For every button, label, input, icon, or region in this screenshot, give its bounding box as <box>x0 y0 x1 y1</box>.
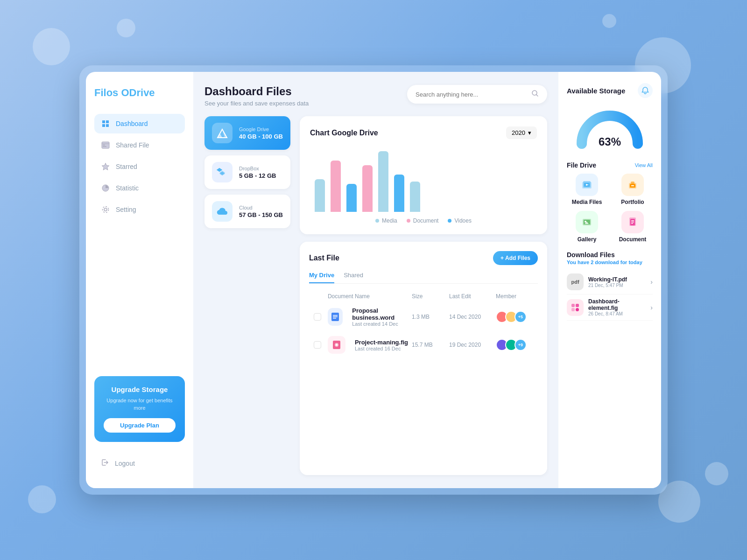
donut-chart-wrap: 63% <box>567 106 653 153</box>
storage-card-dropbox[interactable]: DropBox 5 GB - 12 GB <box>204 155 290 189</box>
main-header: Dashboard Files See your files and save … <box>204 85 547 107</box>
legend-dot-document <box>407 219 410 223</box>
legend-media: Media <box>375 217 397 224</box>
drive-item-document[interactable]: Document <box>613 211 653 243</box>
file-tabs: My Drive Shared <box>309 272 538 284</box>
drive-item-portfolio[interactable]: Portfolio <box>613 174 653 205</box>
year-select[interactable]: 2020 ▾ <box>506 126 537 139</box>
bar-group-6 <box>394 175 404 212</box>
file-drive-header: File Drive View All <box>567 161 653 169</box>
cloud-info: Cloud 57 GB - 150 GB <box>239 205 283 218</box>
dropbox-icon <box>212 162 233 182</box>
file-drive: File Drive View All <box>567 161 653 243</box>
file-icon-2 <box>328 336 345 354</box>
svg-point-17 <box>336 344 338 346</box>
file-name-col-2: Project-maning.fig Last created 16 Dec <box>328 336 412 354</box>
right-panel: Available Storage <box>558 72 661 488</box>
google-drive-icon <box>212 123 233 143</box>
google-drive-size: 40 GB - 100 GB <box>239 133 283 140</box>
sidebar: Filos ODrive Dashboard <box>86 72 193 488</box>
storage-percent: 63% <box>599 135 621 148</box>
file-members-1: +5 <box>496 311 533 323</box>
media-files-icon <box>576 174 598 196</box>
right-panel-header: Available Storage <box>567 83 653 98</box>
bar-teal-7 <box>410 182 420 212</box>
drive-item-gallery[interactable]: Gallery <box>567 211 607 243</box>
sidebar-item-dashboard[interactable]: Dashboard <box>94 114 185 133</box>
add-files-button[interactable]: + Add Files <box>493 251 538 265</box>
file-row-1[interactable]: Proposal business.word Last created 14 D… <box>309 302 538 331</box>
nav-items: Dashboard Shared File <box>94 114 185 376</box>
download-subtitle: You have 2 download for today <box>567 259 653 265</box>
file-date-2: 19 Dec 2020 <box>449 342 496 348</box>
svg-rect-12 <box>333 315 338 316</box>
bar-teal-5 <box>378 151 388 212</box>
portfolio-icon <box>621 174 644 196</box>
shared-label: Shared File <box>116 141 149 149</box>
file-size-1: 1.3 MB <box>412 314 449 320</box>
statistic-icon <box>101 183 110 193</box>
avatar-more-1: +5 <box>514 311 527 323</box>
cloud-icon <box>212 201 233 222</box>
header-text: Dashboard Files See your files and save … <box>204 85 309 107</box>
storage-card-google-drive[interactable]: Google Drive 40 GB - 100 GB <box>204 116 290 150</box>
chart-legend: Media Document Vidoes <box>310 217 537 224</box>
search-input[interactable] <box>416 91 527 98</box>
tab-my-drive[interactable]: My Drive <box>309 272 334 283</box>
file-name-1: Proposal business.word Last created 14 D… <box>352 307 412 327</box>
bar-blue-3 <box>346 184 357 212</box>
last-file-header: Last File + Add Files <box>309 251 538 265</box>
tab-shared[interactable]: Shared <box>344 272 363 283</box>
file-checkbox-1[interactable] <box>314 313 328 321</box>
file-table-header: Document Name Size Last Edit Member <box>309 290 538 302</box>
shared-icon <box>101 140 110 150</box>
drive-item-media-files[interactable]: Media Files <box>567 174 607 205</box>
download-item-1[interactable]: pdf Working-IT.pdf 21 Dec, 5:47 PM › <box>567 270 653 294</box>
chart-header: Chart Google Drive 2020 ▾ <box>310 126 537 139</box>
chart-section: Chart Google Drive 2020 ▾ <box>300 116 547 234</box>
logout-icon <box>101 458 109 468</box>
legend-label-videos: Vidoes <box>454 217 471 224</box>
statistic-label: Statistic <box>116 184 139 192</box>
svg-rect-32 <box>631 220 634 221</box>
bar-group-3 <box>346 184 357 212</box>
starred-label: Starred <box>116 163 137 170</box>
file-row-2[interactable]: Project-maning.fig Last created 16 Dec 1… <box>309 331 538 358</box>
page-subtitle: See your files and save expenses data <box>204 100 309 107</box>
download-item-2[interactable]: Dashboard-element.fig 26 Dec, 8:47 AM › <box>567 294 653 321</box>
gallery-label: Gallery <box>578 236 597 243</box>
storage-card-cloud[interactable]: Cloud 57 GB - 150 GB <box>204 195 290 228</box>
col-edit: Last Edit <box>449 293 496 300</box>
file-icon-1 <box>328 308 343 326</box>
file-checkbox-2[interactable] <box>314 341 328 349</box>
inner-card: Filos ODrive Dashboard <box>86 72 661 488</box>
available-storage-title: Available Storage <box>567 87 625 95</box>
svg-point-28 <box>585 221 586 223</box>
logout-item[interactable]: Logout <box>94 453 185 473</box>
sidebar-item-starred[interactable]: Starred <box>94 157 185 176</box>
file-size-2: 15.7 MB <box>412 342 449 348</box>
file-members-2: +9 <box>496 339 533 351</box>
last-file-section: Last File + Add Files My Drive Shared Do… <box>300 242 547 475</box>
svg-rect-2 <box>103 146 106 147</box>
notification-button[interactable] <box>638 83 653 98</box>
svg-rect-33 <box>631 222 634 223</box>
chart-bars <box>310 147 537 212</box>
file-drive-title: File Drive <box>567 161 596 169</box>
download-date-1: 21 Dec, 5:47 PM <box>588 283 646 288</box>
dashboard-label: Dashboard <box>116 120 148 127</box>
center-content: Chart Google Drive 2020 ▾ <box>300 116 547 475</box>
sidebar-item-shared[interactable]: Shared File <box>94 135 185 155</box>
logo-filos: Filos <box>94 87 118 98</box>
sidebar-item-setting[interactable]: Setting <box>94 200 185 219</box>
sidebar-item-statistic[interactable]: Statistic <box>94 178 185 198</box>
download-arrow-1[interactable]: › <box>650 278 653 286</box>
view-all-button[interactable]: View All <box>635 162 653 168</box>
upgrade-button[interactable]: Upgrade Plan <box>104 418 176 433</box>
download-arrow-2[interactable]: › <box>650 304 653 311</box>
upgrade-title: Upgrade Storage <box>104 385 176 393</box>
google-drive-name: Google Drive <box>239 126 283 132</box>
cloud-name: Cloud <box>239 205 283 210</box>
logout-label: Logout <box>115 460 135 467</box>
svg-point-38 <box>576 308 579 311</box>
